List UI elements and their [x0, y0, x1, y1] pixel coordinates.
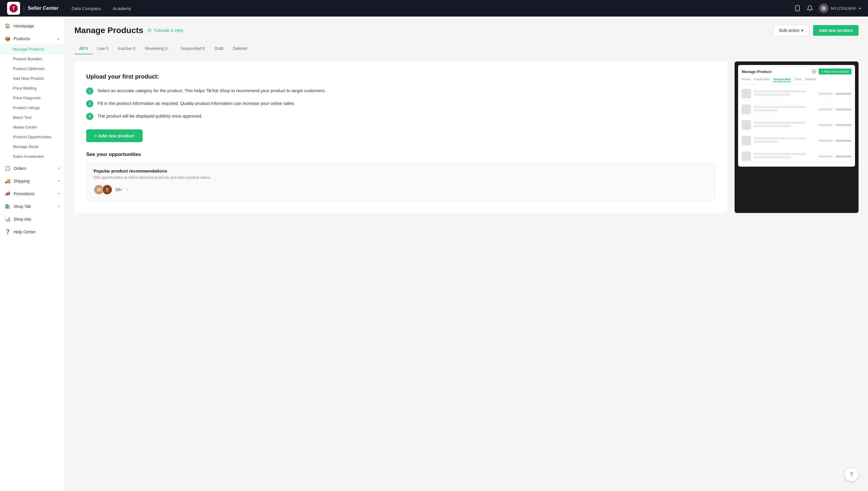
add-new-product-header-button[interactable]: Add new product — [813, 25, 859, 36]
add-new-product-main-label: + Add new product — [94, 133, 134, 138]
main-content: Manage Products ? Tutorials & Help Bulk … — [65, 17, 868, 491]
preview-row-5 — [742, 150, 851, 163]
preview-row-4 — [742, 134, 851, 147]
opp-arrow-icon[interactable]: › — [127, 187, 128, 192]
preview-action-4 — [835, 140, 851, 142]
preview-info-2 — [753, 106, 816, 113]
add-new-product-main-button[interactable]: + Add new product — [86, 129, 143, 142]
promotions-icon: 📣 — [5, 191, 11, 197]
preview-bar-short-1 — [753, 94, 791, 96]
sidebar-group-products[interactable]: 📦 Products ▲ — [0, 33, 65, 44]
page-header: Manage Products ? Tutorials & Help Bulk … — [74, 25, 859, 36]
tab-draft[interactable]: Draft — [210, 43, 228, 54]
academy-link[interactable]: Academy — [111, 5, 134, 12]
preview-rows — [742, 87, 851, 163]
preview-bar-long-3 — [753, 122, 806, 124]
preview-tab-suspended[interactable]: Suspended — [773, 78, 790, 82]
preview-price-1 — [818, 93, 833, 95]
preview-action-3 — [835, 124, 851, 126]
orders-chevron-icon: ▾ — [58, 166, 60, 170]
sidebar-item-manage-stock[interactable]: Manage Stock — [0, 142, 65, 151]
user-avatar — [819, 4, 829, 13]
preview-price-2 — [818, 109, 833, 111]
step-2-text: Fill in the product information as requi… — [97, 100, 295, 107]
tutorials-label: Tutorials & Help — [154, 28, 183, 33]
bulk-action-button[interactable]: Bulk action ▾ — [773, 25, 809, 36]
tab-inactive[interactable]: Inactive 0 — [113, 43, 140, 54]
preview-settings-icon — [812, 69, 816, 74]
sidebar-item-homepage[interactable]: 🏠 Homepage — [0, 20, 65, 32]
sidebar-item-shop-ads[interactable]: 📊 Shop Ads — [0, 213, 65, 225]
opp-count: 99+ — [116, 187, 123, 192]
sidebar-item-add-new-product[interactable]: Add New Product — [0, 74, 65, 83]
promotions-chevron-icon: ▾ — [58, 192, 60, 196]
step-2: 2 Fill in the product information as req… — [86, 100, 716, 107]
sidebar-group-shop-tab[interactable]: 🛍️ Shop Tab ▾ — [0, 201, 65, 212]
preview-tab-draft[interactable]: Draft — [794, 78, 801, 82]
seller-center-label: Seller Center — [28, 5, 59, 11]
preview-thumb-2 — [742, 105, 751, 114]
step-2-number: 2 — [86, 100, 93, 107]
sidebar-section-shipping: 🚚 Shipping ▾ — [0, 175, 65, 187]
svg-rect-11 — [106, 190, 108, 192]
sidebar-item-product-opportunities[interactable]: Product Opportunities — [0, 132, 65, 142]
mobile-icon — [794, 5, 801, 11]
sidebar-group-promotions-label: Promotions — [13, 192, 35, 196]
tab-live[interactable]: Live 0 — [93, 43, 113, 54]
help-fab-button[interactable]: ? — [844, 467, 859, 482]
preview-bar-long-5 — [753, 153, 806, 155]
header-actions: Bulk action ▾ Add new product — [773, 25, 859, 36]
step-1-text: Select an accurate category for the prod… — [97, 87, 326, 94]
opportunities-card[interactable]: Popular product recommendations 500 oppo… — [86, 162, 716, 201]
preview-action-1 — [835, 93, 851, 95]
sidebar-section-help-center: ❓ Help Center — [0, 226, 65, 237]
logo-area[interactable]: T | Seller Center — [7, 2, 59, 15]
sidebar-item-help-center[interactable]: ❓ Help Center — [0, 226, 65, 237]
svg-rect-2 — [796, 6, 800, 11]
top-nav-right: MYLCRJLWAF ▾ — [794, 4, 861, 13]
sidebar-item-product-bundles[interactable]: Product Bundles — [0, 54, 65, 64]
sidebar-group-orders-label: Orders — [13, 166, 26, 171]
user-area[interactable]: MYLCRJLWAF ▾ — [819, 4, 861, 13]
preview-tab-inactivated[interactable]: Inactivated — [754, 78, 770, 82]
sidebar-item-product-ratings[interactable]: Product ratings — [0, 103, 65, 113]
sidebar-item-price-bidding[interactable]: Price Bidding — [0, 83, 65, 93]
tab-deleted[interactable]: Deleted — [228, 43, 252, 54]
preview-row-1 — [742, 87, 851, 100]
tutorials-help-link[interactable]: ? Tutorials & Help — [147, 28, 183, 33]
content-area: Upload your first product: 1 Select an a… — [74, 61, 859, 213]
opp-description: 500 opportunities to sell in-demand prod… — [94, 175, 708, 180]
preview-thumb-3 — [742, 120, 751, 130]
preview-add-product-button[interactable]: + Add new product — [819, 68, 851, 75]
bulk-action-chevron-icon: ▾ — [801, 28, 803, 33]
preview-tab-active[interactable]: Active — [742, 78, 750, 82]
preview-bar-short-5 — [753, 156, 791, 158]
preview-bar-medium-2 — [753, 109, 778, 111]
sidebar-item-homepage-label: Homepage — [13, 24, 34, 28]
tab-reviewing[interactable]: Reviewing 0 — [140, 43, 172, 54]
sidebar-group-orders[interactable]: 📋 Orders ▾ — [0, 163, 65, 174]
tab-suspended[interactable]: Suspended 0 — [176, 43, 210, 54]
sidebar-item-sales-accelerator[interactable]: Sales Accelerator — [0, 151, 65, 161]
sidebar-group-shipping[interactable]: 🚚 Shipping ▾ — [0, 175, 65, 187]
notification-icon-button[interactable] — [807, 5, 813, 11]
sidebar-section-products: 📦 Products ▲ Manage Products Product Bun… — [0, 33, 65, 161]
mobile-icon-button[interactable] — [794, 5, 801, 11]
preview-row-3 — [742, 118, 851, 132]
sidebar-item-price-diagnosis[interactable]: Price Diagnosis — [0, 93, 65, 103]
tab-all[interactable]: All 0 — [74, 43, 93, 54]
preview-action-5 — [835, 155, 851, 157]
preview-info-1 — [753, 90, 816, 97]
preview-inner: Manage Product + Add new product Active … — [738, 65, 855, 167]
data-compass-link[interactable]: Data Compass — [69, 5, 103, 12]
sidebar-item-manage-products[interactable]: Manage Products — [0, 44, 65, 54]
sidebar-group-promotions[interactable]: 📣 Promotions ▾ — [0, 188, 65, 199]
preview-tab-deleted[interactable]: Deleted — [805, 78, 816, 82]
sidebar-item-product-optimizer[interactable]: Product Optimizer — [0, 64, 65, 74]
tab-suspended-label: Suspended 0 — [181, 46, 205, 51]
sidebar-item-batch-tool[interactable]: Batch Tool — [0, 113, 65, 122]
upload-card-title: Upload your first product: — [86, 73, 716, 80]
home-icon: 🏠 — [5, 23, 11, 29]
preview-info-4 — [753, 137, 816, 144]
sidebar-item-media-center[interactable]: Media Center — [0, 122, 65, 132]
